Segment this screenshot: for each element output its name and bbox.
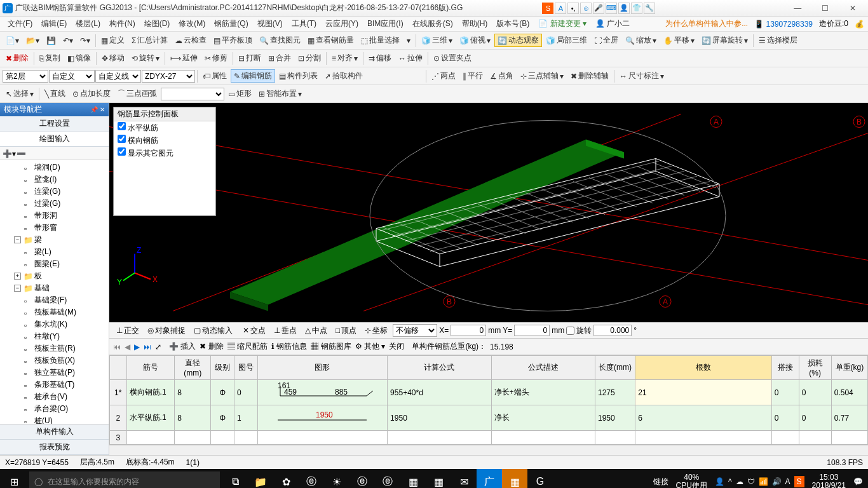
snap-mid[interactable]: △ 中点: [302, 324, 330, 337]
ortho-toggle[interactable]: ⊥ 正交: [113, 324, 142, 337]
delete-button[interactable]: ✖ 删除: [3, 51, 32, 65]
rotate-input[interactable]: [593, 325, 632, 336]
app-icon[interactable]: 📁: [248, 469, 273, 488]
taskbar-search[interactable]: ◯在这里输入你要搜索的内容: [29, 471, 220, 488]
app-icon[interactable]: ▦: [426, 469, 451, 488]
tree-node[interactable]: ▫筏板主筋(R): [0, 342, 109, 355]
menu-floor[interactable]: 楼层(L): [72, 17, 104, 30]
sum-button[interactable]: Σ 汇总计算: [128, 34, 171, 47]
find-button[interactable]: 🔍 查找图元: [256, 34, 304, 47]
rotate-screen-button[interactable]: 🔄 屏幕旋转 ▾: [698, 34, 751, 47]
cpu-meter[interactable]: 40%CPU使用: [672, 473, 711, 488]
nav-tree[interactable]: ▫墙洞(D) ▫壁龛(I) ▫连梁(G) ▫过梁(G) ▫带形洞 ▫带形窗 −📁…: [0, 160, 109, 424]
mirror-button[interactable]: ◧ 镜像: [64, 51, 94, 65]
tree-node[interactable]: ▫集水坑(K): [0, 318, 109, 330]
app-icon[interactable]: ☀: [324, 469, 349, 488]
offset-button[interactable]: ⇉ 偏移: [365, 51, 395, 65]
coin-icon[interactable]: 💰: [855, 20, 864, 29]
tree-node[interactable]: ▫带形洞: [0, 210, 109, 222]
delete-button[interactable]: ✖ 删除: [200, 341, 223, 352]
new-icon[interactable]: 📄▾: [3, 35, 22, 46]
tree-node[interactable]: ▫连梁(G): [0, 186, 109, 198]
menu-draw[interactable]: 绘图(D): [140, 17, 174, 30]
extend-button[interactable]: ⟼ 延伸: [167, 51, 201, 65]
tree-node[interactable]: ▫独立基础(P): [0, 367, 109, 379]
tree-node[interactable]: ▫条形基础(T): [0, 379, 109, 391]
user-button[interactable]: 👤 广小二: [592, 17, 634, 30]
app-icon[interactable]: ▦: [502, 469, 527, 488]
ime-btn[interactable]: 🔧: [644, 3, 655, 14]
ime-btn[interactable]: 👕: [631, 3, 642, 14]
ime-btn[interactable]: A: [555, 3, 566, 14]
tree-node[interactable]: ▫筏板基础(M): [0, 306, 109, 318]
save-icon[interactable]: 💾: [43, 35, 59, 46]
extra-icon[interactable]: ▾: [403, 35, 414, 46]
dyn-toggle[interactable]: ▢ 动态输入: [191, 324, 236, 337]
close-button[interactable]: 关闭: [389, 341, 404, 352]
x-input[interactable]: [451, 325, 486, 336]
tray-icon[interactable]: ☁: [736, 477, 743, 486]
line-button[interactable]: ╲ 直线: [41, 87, 69, 100]
tree-node[interactable]: −📁 梁: [0, 234, 109, 246]
tray-icon[interactable]: 🛡: [747, 477, 755, 486]
tray-link[interactable]: 链接: [653, 477, 668, 487]
merge-button[interactable]: ⊞ 合并: [265, 51, 294, 65]
insert-button[interactable]: ➕ 插入: [169, 341, 196, 352]
undo-icon[interactable]: ↶▾: [60, 35, 76, 46]
menu-rebar[interactable]: 钢筋量(Q): [210, 17, 252, 30]
arc-combo[interactable]: [161, 88, 224, 100]
phone-label[interactable]: 📱 13907298339: [754, 20, 813, 29]
app-icon[interactable]: ▦: [400, 469, 426, 488]
tree-node[interactable]: ▫墙洞(D): [0, 161, 109, 173]
menu-view[interactable]: 视图(V): [254, 17, 287, 30]
local3d-button[interactable]: 🧊 局部三维: [543, 34, 590, 47]
break-button[interactable]: ⊟ 打断: [235, 51, 264, 65]
trim-button[interactable]: ✂ 修剪: [201, 51, 231, 65]
menu-comp[interactable]: 构件(N): [105, 17, 139, 30]
tree-node[interactable]: ▫桩(U): [0, 415, 109, 424]
tree-node[interactable]: ▫梁(L): [0, 246, 109, 258]
nav-first-icon[interactable]: ⏮: [113, 342, 121, 351]
split-button[interactable]: ⊡ 分割: [295, 51, 324, 65]
view-rebar-button[interactable]: ▦ 查看钢筋量: [304, 34, 357, 47]
ime-btn[interactable]: ⌨: [606, 3, 617, 14]
tray-icon[interactable]: 👤: [715, 477, 724, 486]
osnap-toggle[interactable]: ◎ 对象捕捉: [144, 324, 189, 337]
line-combo[interactable]: 自定义线: [95, 70, 141, 83]
two-point-button[interactable]: ⋰ 两点: [428, 69, 459, 83]
tip-text[interactable]: 为什么单构件输入中参...: [665, 18, 748, 29]
rotate-button[interactable]: ⟲ 旋转 ▾: [128, 51, 163, 65]
app-icon[interactable]: ⓔ: [299, 469, 324, 488]
tree-node[interactable]: ▫圈梁(E): [0, 258, 109, 270]
menu-version[interactable]: 版本号(B): [492, 17, 533, 30]
tree-node[interactable]: ▫桩承台(V): [0, 391, 109, 403]
zoom-button[interactable]: 🔍 缩放 ▾: [622, 34, 660, 47]
offset-combo[interactable]: 不偏移: [393, 324, 437, 337]
tray-icon[interactable]: ^: [728, 477, 732, 486]
tab-project-settings[interactable]: 工程设置: [0, 116, 109, 132]
grid-row[interactable]: 1* 横向钢筋.1 8 Φ 0 161459885 955+40*d 净长+端头…: [110, 380, 868, 405]
rebar-grid[interactable]: 筋号直径(mm)级别图号 图形计算公式公式描述长度(mm) 根数搭接损耗(%)单…: [109, 355, 868, 445]
tree-node[interactable]: ▫承台梁(O): [0, 403, 109, 415]
floor-combo[interactable]: 第2层: [3, 70, 48, 83]
app-icon[interactable]: G: [527, 469, 553, 488]
align-button[interactable]: ≡ 对齐 ▾: [329, 51, 361, 65]
ime-btn[interactable]: 👤: [618, 3, 630, 14]
notifications-icon[interactable]: 💬: [853, 477, 863, 486]
check-hrebar[interactable]: 水平纵筋: [114, 121, 215, 134]
fullscreen-button[interactable]: ⛶ 全屏: [591, 34, 621, 47]
ime-btn[interactable]: 🎤: [593, 3, 604, 14]
y-input[interactable]: [514, 325, 550, 336]
nav-prev-icon[interactable]: ◀: [125, 342, 130, 351]
aux3-button[interactable]: ⊹ 三点辅轴 ▾: [517, 69, 567, 83]
smart-button[interactable]: ⊞ 智能布置 ▾: [255, 87, 305, 100]
pin-icon[interactable]: 📌 ✕: [90, 106, 105, 113]
rect-button[interactable]: ▭ 矩形: [225, 87, 255, 100]
copy-button[interactable]: ⎘ 复制: [36, 51, 64, 65]
check-vrebar[interactable]: 横向钢筋: [114, 134, 215, 147]
nav-next-icon[interactable]: ▶: [134, 342, 140, 351]
tray-icon[interactable]: S: [794, 476, 804, 487]
ime-btn[interactable]: ☺: [580, 3, 592, 14]
define-button[interactable]: ▦ 定义: [98, 34, 128, 47]
scale-button[interactable]: ▤ 缩尺配筋: [227, 341, 268, 352]
